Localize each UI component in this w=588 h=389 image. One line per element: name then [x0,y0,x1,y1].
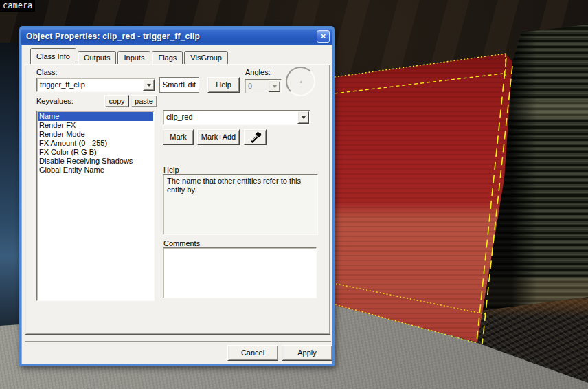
class-dropdown[interactable]: trigger_ff_clip [36,78,156,92]
chevron-down-icon [302,116,306,121]
copy-button[interactable]: copy [104,95,129,107]
help-text-box: The name that other entities refer to th… [163,174,318,235]
footer-separator [25,341,331,342]
smartedit-toggle-button[interactable]: SmartEdit [159,77,199,93]
help-button[interactable]: Help [207,77,240,93]
class-info-panel: Class: trigger_ff_clip SmartEdit Help An… [25,64,330,335]
angles-label: Angles: [245,68,271,76]
angles-dropdown-arrow [269,80,280,92]
comments-input[interactable] [163,248,316,298]
chevron-down-icon [273,85,277,90]
apply-button[interactable]: Apply [282,345,332,361]
dialog-body: Class Info Outputs Inputs Flags VisGroup… [21,45,332,364]
keyvalue-item-global-entity-name[interactable]: Global Entity Name [38,166,153,175]
keyvalue-item-fx-amount[interactable]: FX Amount (0 - 255) [38,139,153,148]
angles-dropdown: 0 [245,79,282,93]
chevron-down-icon [147,84,151,89]
help-section-label: Help [163,166,179,174]
paste-button[interactable]: paste [131,95,157,107]
object-properties-dialog: Object Properties: clip_red - trigger_ff… [19,26,335,366]
eyedropper-button[interactable] [244,129,267,145]
keyvalue-item-disable-shadows[interactable]: Disable Receiving Shadows [38,157,153,166]
dialog-title-bar[interactable]: Object Properties: clip_red - trigger_ff… [21,28,332,45]
value-dropdown-arrow[interactable] [297,111,309,124]
close-icon[interactable]: × [317,30,330,43]
value-dropdown-value: clip_red [163,111,297,124]
viewport-camera-label[interactable]: camera [0,0,35,12]
mark-add-button[interactable]: Mark+Add [197,129,240,145]
class-label: Class: [36,68,58,76]
tab-class-info[interactable]: Class Info [30,48,76,64]
angle-picker-circle[interactable] [286,67,315,96]
viewport-left-wall [0,43,21,331]
dialog-title: Object Properties: clip_red - trigger_ff… [26,32,317,41]
cancel-button[interactable]: Cancel [227,345,278,361]
class-dropdown-arrow[interactable] [143,79,155,91]
tab-visgroup[interactable]: VisGroup [184,51,228,64]
tab-bar: Class Info Outputs Inputs Flags VisGroup [30,49,229,64]
tab-outputs[interactable]: Outputs [78,51,117,64]
tab-inputs[interactable]: Inputs [117,51,150,64]
keyvalues-label: Keyvalues: [36,97,74,105]
comments-field-wrap [163,247,317,298]
keyvalue-item-render-mode[interactable]: Render Mode [38,130,153,139]
value-dropdown[interactable]: clip_red [163,110,310,125]
class-dropdown-value: trigger_ff_clip [37,78,142,91]
keyvalues-list[interactable]: Name Render FX Render Mode FX Amount (0 … [36,111,155,301]
keyvalue-item-name[interactable]: Name [38,112,153,121]
comments-label: Comments [163,239,200,247]
mark-button[interactable]: Mark [163,129,194,145]
keyvalue-item-fx-color[interactable]: FX Color (R G B) [38,148,153,157]
angles-dropdown-value: 0 [245,80,268,93]
angle-picker-center-dot [300,81,302,83]
eyedropper-icon [248,131,263,144]
tab-flags[interactable]: Flags [152,51,183,64]
keyvalue-item-render-fx[interactable]: Render FX [38,121,153,130]
